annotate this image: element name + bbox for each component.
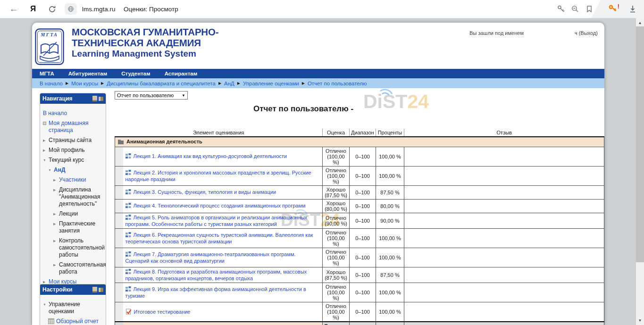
grade-cell: Отлично(90,00 %)	[323, 213, 350, 229]
sidebar-item[interactable]: ▼АнД	[43, 167, 104, 174]
breadcrumb-separator-icon: ▶	[302, 81, 305, 85]
sidebar-item[interactable]: Обзорный отчет	[43, 318, 104, 325]
item-cell: Лекция 7. Драматургия анимационно-театра…	[123, 248, 323, 267]
sidebar-item[interactable]: Моя домашняя страница	[43, 120, 104, 134]
logout-link[interactable]: (Выход)	[579, 30, 598, 36]
grade-pct: (90,00 %)	[324, 221, 348, 226]
breadcrumb-link[interactable]: АнД	[224, 81, 234, 86]
feedback-cell	[404, 186, 604, 200]
expand-icon[interactable]: ▶	[53, 176, 59, 183]
range-cell: 0–100	[350, 283, 376, 302]
feedback-cell	[404, 167, 604, 186]
expand-icon[interactable]: ▶	[53, 220, 59, 227]
scrollbar[interactable]: ▲ ▼	[636, 18, 644, 325]
sidebar-item[interactable]: В начало	[43, 110, 104, 117]
grade-item-link[interactable]: Лекция 3. Сущность, функция, типология и…	[134, 189, 276, 195]
range-cell: 0–100	[350, 267, 376, 283]
grade-item-link[interactable]: Итоговое тестирование	[134, 309, 191, 315]
breadcrumb-link[interactable]: Управление оценками	[243, 81, 299, 86]
sidebar-item[interactable]: ▶Самостоятельная работа	[43, 261, 104, 275]
grade-word: Отлично	[324, 284, 348, 290]
sidebar-item[interactable]: ▶Практические занятия	[43, 220, 104, 234]
sidebar-item[interactable]: ▶Лекции	[43, 210, 104, 217]
breadcrumb-link[interactable]: Отчет по пользователю	[308, 81, 367, 86]
navbar-item[interactable]: МГТА	[40, 71, 54, 76]
download-icon[interactable]	[627, 0, 639, 18]
sidebar-item[interactable]: ▶Дисциплина "Анимационная деятельность"	[43, 186, 104, 208]
main-column: Отчет по пользователю ▼ Отчет по пользов…	[115, 91, 604, 325]
block-collapse-icon[interactable]	[92, 96, 97, 101]
grade-item-link[interactable]: Лекция 5. Роль аниматоров в организации …	[125, 215, 308, 227]
grade-item-link[interactable]: Лекция 9. Игра как эффективная форма ани…	[125, 286, 306, 299]
site-identity-button[interactable]	[64, 0, 77, 18]
indent-cell	[115, 267, 123, 283]
block-collapse-icon[interactable]	[92, 287, 97, 292]
expand-icon[interactable]: ▶	[53, 186, 59, 193]
lms-page: МГТА МОСКОВСКАЯ ГУМАНИТАРНО- ТЕХНИЧЕСКАЯ…	[32, 23, 604, 325]
indent-cell	[115, 302, 123, 322]
grade-pct: (100,00 %)	[324, 173, 348, 184]
item-cell: Лекция 8. Подготовка и разработка анимац…	[123, 267, 323, 283]
grade-item-link[interactable]: Лекция 6. Рекреационная сущность туристс…	[125, 232, 313, 244]
collapse-icon[interactable]: ▼	[48, 167, 54, 174]
yandex-logo-icon[interactable]: Я	[27, 0, 39, 18]
collapse-icon[interactable]: ▼	[43, 157, 49, 164]
navbar-item[interactable]: Абитуриентам	[68, 71, 107, 76]
percent-cell: 100,00 %	[376, 147, 404, 167]
block-dock-icon[interactable]	[99, 97, 103, 101]
sidebar-item-label: Текущий курс	[49, 157, 104, 164]
key-icon[interactable]	[555, 0, 567, 18]
scroll-down-icon[interactable]: ▼	[636, 317, 644, 324]
content-area: Навигация В началоМоя домашняя страница▶…	[32, 88, 604, 325]
grade-item-link[interactable]: Лекция 8. Подготовка и разработка анимац…	[125, 269, 307, 281]
breadcrumb-separator-icon: ▶	[237, 81, 240, 85]
bookmark-icon[interactable]	[583, 0, 595, 18]
sidebar-item[interactable]: ▼Управление оценками	[43, 301, 104, 315]
breadcrumb-link[interactable]: Мои курсы	[71, 81, 98, 86]
lesson-icon	[125, 153, 131, 160]
grade-row: Лекция 7. Драматургия анимационно-театра…	[115, 248, 604, 267]
login-info: Вы зашли под именемч (Выход)	[469, 30, 598, 36]
sidebar-item[interactable]: ▶Контроль самостоятельной работы	[43, 237, 104, 258]
percent-cell: 100,00 %	[376, 229, 404, 248]
scroll-up-icon[interactable]: ▲	[636, 19, 644, 26]
grade-item-link[interactable]: Лекция 7. Драматургия анимационно-театра…	[125, 251, 296, 264]
address-bar-url[interactable]: lms.mgta.ru	[82, 0, 116, 18]
expand-icon[interactable]: ▶	[53, 261, 59, 268]
settings-block: Настройки ▼Управление оценкамиОбзорный о…	[40, 284, 106, 325]
grade-table-body: Анимационная деятельностьЛекция 1. Анима…	[115, 137, 604, 325]
breadcrumb-link[interactable]: Дисциплины бакалавриата и специалитета	[107, 81, 216, 86]
grade-item-link[interactable]: Лекция 2. История и хронология массовых …	[125, 170, 311, 182]
expand-icon[interactable]: ▶	[43, 147, 49, 154]
sidebar-item-label: Моя домашняя страница	[49, 120, 104, 134]
collapse-icon[interactable]: ▼	[43, 301, 49, 308]
grade-word: Отлично	[324, 215, 348, 221]
lesson-icon	[125, 189, 131, 196]
sidebar-item[interactable]: ▶Страницы сайта	[43, 137, 104, 144]
block-dock-icon[interactable]	[99, 288, 103, 292]
report-type-select[interactable]: Отчет по пользователю ▼	[115, 91, 188, 100]
sidebar-item[interactable]: ▶Мой профиль	[43, 147, 104, 154]
navigation-block-title: Навигация	[42, 95, 91, 102]
indent-cell	[115, 229, 123, 248]
grade-item-link[interactable]: Лекция 1. Анимация как вид культурно-дос…	[134, 153, 287, 159]
back-icon[interactable]: ←	[8, 0, 20, 18]
sidebar-item[interactable]: ▼Текущий курс	[43, 157, 104, 164]
refresh-icon[interactable]	[46, 0, 58, 18]
percent-cell: 87,50 %	[376, 267, 404, 283]
expand-icon[interactable]: ▶	[53, 210, 59, 217]
percent-cell: 96,38 %	[376, 322, 404, 325]
grade-pct: (100,00 %)	[324, 290, 348, 301]
scrollbar-thumb[interactable]	[636, 26, 644, 262]
navbar-item[interactable]: Аспирантам	[165, 71, 197, 76]
expand-icon[interactable]: ▶	[43, 137, 49, 144]
navbar-item[interactable]: Студентам	[121, 71, 151, 76]
password-alert-icon[interactable]: !	[606, 0, 620, 18]
breadcrumb-link[interactable]: В начало	[40, 81, 63, 86]
search-zoom-icon[interactable]	[569, 0, 581, 18]
sidebar-item[interactable]: ▶Участники	[43, 176, 104, 183]
item-cell: Лекция 5. Роль аниматоров в организации …	[123, 213, 323, 229]
grade-item-link[interactable]: Лекция 4. Технологический процесс создан…	[134, 203, 306, 208]
expand-icon[interactable]: ▶	[53, 237, 59, 244]
address-bar-page-title[interactable]: Оценки: Просмотр	[124, 0, 178, 18]
